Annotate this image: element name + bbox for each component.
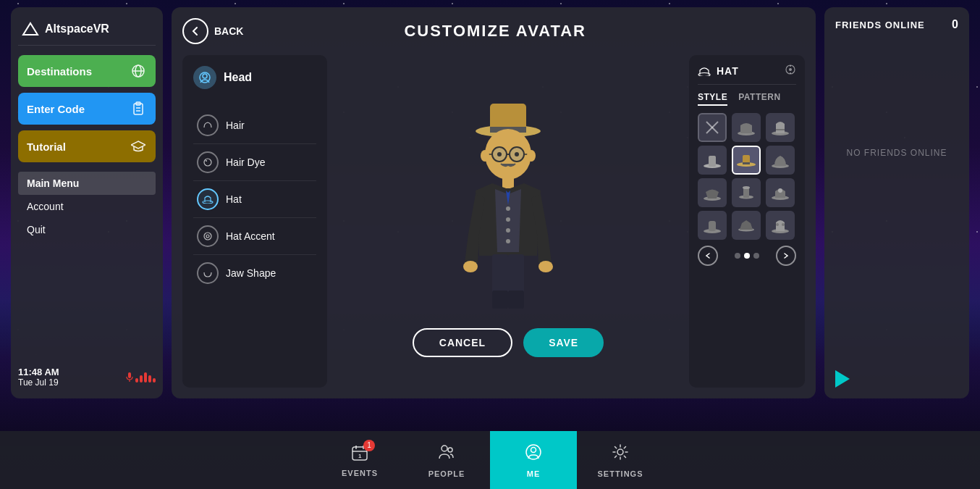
svg-point-31 <box>506 206 510 211</box>
hat-accent-icon <box>197 225 219 247</box>
avatar-display: CANCEL SAVE <box>338 55 678 388</box>
hat-prev-button[interactable] <box>698 246 718 266</box>
svg-rect-64 <box>709 221 716 231</box>
sidebar-menu: Main Menu Account Quit <box>18 172 156 241</box>
hat-item-11[interactable] <box>766 211 795 240</box>
svg-rect-59 <box>743 188 749 198</box>
hat-dot-3 <box>753 253 759 259</box>
hat-next-button[interactable] <box>776 246 796 266</box>
customize-actions: CANCEL SAVE <box>413 328 604 357</box>
save-button[interactable]: SAVE <box>523 328 604 357</box>
svg-point-68 <box>782 223 785 226</box>
avatar-svg <box>443 89 573 314</box>
svg-rect-40 <box>508 291 524 309</box>
nav-people[interactable]: PEOPLE <box>403 431 490 489</box>
head-section-icon <box>193 66 216 89</box>
people-icon <box>437 443 456 466</box>
svg-point-74 <box>442 446 447 451</box>
events-label: EVENTS <box>342 469 378 477</box>
mic-bars <box>135 372 156 383</box>
friends-count: 0 <box>952 18 958 31</box>
hair-icon <box>197 114 219 136</box>
hat-grid <box>698 113 796 240</box>
hat-item-8[interactable] <box>766 178 795 207</box>
svg-rect-8 <box>128 372 131 378</box>
hat-item-1[interactable] <box>732 113 761 142</box>
svg-text:1: 1 <box>358 453 362 459</box>
time-display: 11:48 AM Tue Jul 19 <box>18 367 59 388</box>
no-friends-label: NO FRIENDS ONLINE <box>835 148 958 158</box>
back-button[interactable]: BACK <box>182 18 243 44</box>
hat-icon <box>197 188 219 210</box>
enter-code-button[interactable]: Enter Code <box>18 93 156 125</box>
hair-dye-icon <box>197 151 219 173</box>
svg-point-29 <box>527 150 536 162</box>
hat-extras-icon[interactable] <box>785 64 796 78</box>
sidebar-item-main-menu[interactable]: Main Menu <box>18 172 156 195</box>
sidebar-item-account[interactable]: Account <box>18 195 156 218</box>
hat-item-10[interactable] <box>732 211 761 240</box>
app-title-bar: AltspaceVR <box>18 18 156 46</box>
option-hair-dye[interactable]: Hair Dye <box>193 144 316 181</box>
svg-point-34 <box>506 239 510 243</box>
events-badge: 1 <box>363 440 375 451</box>
option-hair[interactable]: Hair <box>193 107 316 144</box>
hat-none[interactable] <box>698 113 727 142</box>
svg-point-36 <box>538 261 553 272</box>
sidebar-item-quit[interactable]: Quit <box>18 218 156 241</box>
hat-item-2[interactable] <box>766 113 795 142</box>
center-panel: BACK CUSTOMIZE AVATAR <box>172 7 816 398</box>
cancel-button[interactable]: CANCEL <box>413 328 512 357</box>
hat-tabs: STYLE PATTERN <box>698 92 796 106</box>
hat-panel-header: HAT <box>698 64 796 85</box>
svg-marker-7 <box>131 141 145 149</box>
tab-style[interactable]: STYLE <box>698 92 727 106</box>
svg-rect-39 <box>492 291 508 309</box>
option-hat-accent[interactable]: Hat Accent <box>193 218 316 255</box>
hat-panel-icon <box>698 66 711 76</box>
bottom-nav: 1 1 EVENTS PEOPLE <box>0 431 980 489</box>
svg-point-33 <box>506 228 510 233</box>
tutorial-button[interactable]: Tutorial <box>18 130 156 162</box>
tab-pattern[interactable]: PATTERN <box>738 92 780 106</box>
svg-rect-30 <box>502 177 514 188</box>
svg-point-35 <box>463 261 478 272</box>
me-label: ME <box>527 469 541 478</box>
svg-point-67 <box>776 223 779 226</box>
app-title-text: AltspaceVR <box>45 22 109 35</box>
svg-point-13 <box>206 160 207 162</box>
mic-icon <box>126 372 156 383</box>
events-icon: 1 1 <box>350 443 369 465</box>
hat-item-4-selected[interactable] <box>732 146 761 175</box>
hat-item-6[interactable] <box>698 178 727 207</box>
destinations-button[interactable]: Destinations <box>18 55 156 87</box>
hat-item-9[interactable] <box>698 211 727 240</box>
nav-events[interactable]: 1 1 EVENTS <box>316 431 403 489</box>
svg-point-78 <box>617 449 623 455</box>
current-date: Tue Jul 19 <box>18 377 59 388</box>
svg-rect-52 <box>709 156 716 167</box>
head-label: Head <box>224 71 252 84</box>
current-time: 11:48 AM <box>18 367 59 377</box>
svg-rect-55 <box>743 162 750 164</box>
settings-label: SETTINGS <box>597 469 643 478</box>
svg-point-12 <box>204 159 211 166</box>
options-panel: Head Hair <box>182 55 327 388</box>
option-jaw-shape[interactable]: Jaw Shape <box>193 255 316 291</box>
option-hat[interactable]: Hat <box>193 181 316 218</box>
svg-point-26 <box>497 152 502 156</box>
svg-point-75 <box>448 448 452 452</box>
app-logo-icon <box>22 22 39 36</box>
play-button[interactable] <box>835 370 850 388</box>
hat-item-7[interactable] <box>732 178 761 207</box>
nav-settings[interactable]: SETTINGS <box>577 431 664 489</box>
hat-panel: HAT STYLE PATTER <box>689 55 805 388</box>
svg-point-62 <box>778 188 782 193</box>
panel-footer: 11:48 AM Tue Jul 19 <box>18 356 156 388</box>
nav-me[interactable]: ME <box>490 431 577 489</box>
hat-pagination <box>698 246 796 266</box>
hat-item-5[interactable] <box>766 146 795 175</box>
hat-item-3[interactable] <box>698 146 727 175</box>
people-label: PEOPLE <box>428 469 465 478</box>
friends-title: FRIENDS ONLINE <box>835 20 925 30</box>
